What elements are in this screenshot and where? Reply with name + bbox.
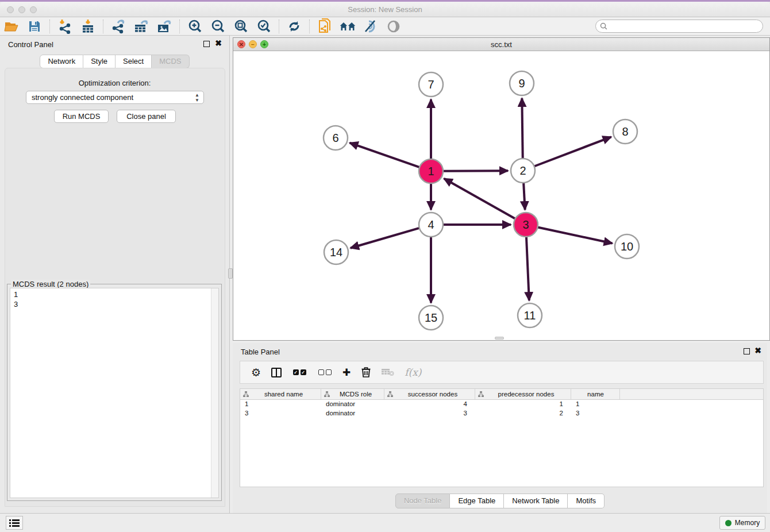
dropdown-stepper-icon: ▲▼ [195,92,199,103]
delete-rows-trash-icon[interactable] [361,365,371,379]
function-builder-icon: f(x) [405,365,421,379]
close-panel-button[interactable]: Close panel [117,110,176,123]
graph-edge-1-6[interactable] [350,143,420,167]
window-title: Session: New Session [0,5,770,14]
save-icon[interactable] [26,18,43,34]
graph-node-label: 1 [428,165,434,178]
network-view-window: ✕ − + scc.txt 7968124314101511 [233,37,770,341]
cell-shared-name[interactable]: 3 [240,409,321,418]
export-table-icon[interactable] [133,18,150,34]
search-icon [600,22,607,30]
toolbar-separator [49,20,50,33]
first-neighbors-icon[interactable] [339,18,356,34]
toolbar-separator [103,20,103,33]
cell-successor-nodes[interactable]: 4 [384,400,475,409]
new-network-from-selection-icon[interactable] [316,18,333,34]
open-folder-icon[interactable] [3,18,20,34]
zoom-out-icon[interactable] [209,18,226,34]
close-panel-icon[interactable]: ✖ [215,39,222,48]
float-panel-icon[interactable] [203,41,210,47]
table-row[interactable]: 3 dominator 3 2 3 [240,409,763,418]
deselect-all-icon[interactable] [317,365,332,379]
cell-mcds-role[interactable]: dominator [321,409,384,418]
column-header-predecessor-nodes[interactable]: predecessor nodes [475,389,571,399]
import-table-icon[interactable] [79,18,97,34]
cell-name[interactable]: 3 [571,409,620,418]
tab-node-table[interactable]: Node Table [395,494,451,508]
task-history-button[interactable] [6,516,23,530]
control-panel-title: Control Panel [8,40,53,49]
tab-motifs[interactable]: Motifs [568,494,605,508]
cell-predecessor-nodes[interactable]: 1 [475,400,571,409]
tab-mcds[interactable]: MCDS [152,55,189,68]
graph-node-label: 8 [622,125,628,138]
search-input[interactable] [610,21,763,32]
memory-button[interactable]: Memory [719,516,765,530]
graph-edge-3-10[interactable] [538,227,613,243]
graph-edge-3-11[interactable] [526,237,529,300]
network-canvas[interactable]: 7968124314101511 [233,52,769,340]
close-table-panel-icon[interactable]: ✖ [754,346,761,355]
tab-network[interactable]: Network [40,55,83,68]
application-window: Session: New Session [0,0,770,532]
graph-node-label: 7 [428,78,434,91]
optimization-criterion-label: Optimization criterion: [0,79,229,87]
column-header-shared-name[interactable]: shared name [240,389,321,399]
table-toolbar: ⚙ ✓✓ ✚ f(x) [240,361,764,384]
graph-edge-3-1[interactable] [444,179,515,219]
column-type-icon [324,391,330,397]
mcds-result-text[interactable]: 1 3 [10,288,219,498]
graph-edge-2-9[interactable] [522,98,522,159]
tab-style[interactable]: Style [83,55,116,68]
import-network-icon[interactable] [56,18,74,34]
run-mcds-button[interactable]: Run MCDS [54,110,109,123]
zoom-in-icon[interactable] [186,18,203,34]
refresh-icon[interactable] [286,18,303,34]
cell-shared-name[interactable]: 1 [240,400,321,409]
table-panel-title: Table Panel [241,348,280,356]
graph-node-label: 10 [621,240,633,253]
network-splitter-grip[interactable] [495,337,504,340]
memory-status-icon [725,520,732,526]
graph-node-label: 6 [332,132,338,144]
table-panel: Table Panel ✖ ⚙ ✓✓ ✚ f(x) shared name [233,343,767,513]
table-row[interactable]: 1 dominator 4 1 1 [240,400,763,409]
hide-graphics-details-icon[interactable] [362,18,379,34]
panel-splitter-grip[interactable] [228,268,233,279]
graph-edge-1-2[interactable] [443,171,508,171]
mcds-result-fieldset: MCDS result (2 nodes) 1 3 [7,284,222,501]
cell-name[interactable]: 1 [571,400,620,409]
tab-select[interactable]: Select [116,55,152,68]
show-columns-icon[interactable] [271,365,282,379]
network-window-title: scc.txt [233,40,769,49]
table-settings-gear-icon[interactable]: ⚙ [251,365,261,379]
optimization-criterion-dropdown[interactable]: strongly connected component ▲▼ [26,91,204,104]
mcds-result-scrollbar[interactable] [211,288,218,498]
float-table-panel-icon[interactable] [744,348,750,354]
column-type-icon [387,391,393,397]
graph-node-label: 2 [519,164,526,177]
control-panel: Control Panel ✖ Network Style Select MCD… [0,36,230,513]
tab-edge-table[interactable]: Edge Table [450,494,504,508]
cell-mcds-role[interactable]: dominator [321,400,384,409]
select-all-icon[interactable]: ✓✓ [292,365,307,379]
add-column-icon[interactable]: ✚ [342,365,351,379]
cell-predecessor-nodes[interactable]: 2 [475,409,571,418]
graph-node-label: 15 [425,311,437,324]
network-window-titlebar[interactable]: ✕ − + scc.txt [233,38,769,51]
tab-network-table[interactable]: Network Table [504,494,568,508]
graph-edge-4-14[interactable] [351,228,419,248]
column-header-name[interactable]: name [571,389,620,399]
show-graphics-details-icon[interactable] [385,18,402,34]
graph-edge-2-3[interactable] [523,183,525,210]
column-header-successor-nodes[interactable]: successor nodes [384,389,475,399]
export-network-icon[interactable] [110,18,127,34]
toolbar-separator [279,20,279,33]
column-header-mcds-role[interactable]: MCDS role [321,389,384,399]
zoom-fit-icon[interactable] [232,18,249,34]
export-image-icon[interactable] [156,18,173,34]
zoom-selected-icon[interactable] [255,18,272,34]
cell-successor-nodes[interactable]: 3 [384,409,475,418]
graph-edge-2-8[interactable] [534,137,611,166]
search-box[interactable] [595,20,763,33]
